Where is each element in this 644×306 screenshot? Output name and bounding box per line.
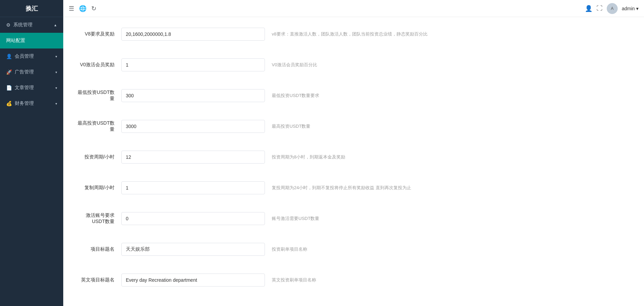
form-row-min-invest: 最低投资USDT数量 最低投资USDT数量要求 [73,85,620,106]
avatar: A [607,3,618,14]
main-container: ☰ 🌐 ↻ 👤 ⛶ A admin ▾ V8要求及奖励 v8要求：直推激活人数，… [63,0,644,306]
hint-v0-reward: V0激活会员奖励百分比 [265,62,620,68]
sidebar-item-finance[interactable]: 💰 财务管理 ▾ [0,96,63,111]
user-settings-icon[interactable]: 👤 [585,5,592,12]
chevron-down-icon-ads: ▾ [55,70,57,74]
label-project-title: 项目标题名 [73,246,121,252]
label-max-invest: 最高投资USDT数量 [73,120,121,133]
input-v0-reward[interactable] [121,58,265,71]
chevron-down-icon-article: ▾ [55,86,57,90]
label-project-title-en: 英文项目标题名 [73,277,121,283]
input-project-title-en[interactable] [121,274,265,287]
input-activate-usdt[interactable] [121,212,265,225]
input-re-invest-cycle[interactable] [121,181,265,194]
hint-project-title-en: 英文投资刷单项目名称 [265,277,620,283]
globe-icon[interactable]: 🌐 [79,5,86,12]
sidebar-item-article[interactable]: 📄 文章管理 ▾ [0,80,63,96]
form-row-project-title-en: 英文项目标题名 英文投资刷单项目名称 [73,270,620,290]
sidebar-item-member[interactable]: 👤 会员管理 ▾ [0,48,63,64]
chevron-down-icon-finance: ▾ [55,102,57,106]
label-re-invest-cycle: 复制周期/小时 [73,185,121,191]
form-section: V8要求及奖励 v8要求：直推激活人数，团队激活人数，团队当前投资总业绩，静态奖… [73,24,620,290]
footer-actions: 💾 保存 [73,301,634,306]
hint-min-invest: 最低投资USDT数量要求 [265,93,620,99]
sidebar-item-label-article: 文章管理 [15,85,34,91]
hint-activate-usdt: 账号激活需要USDT数量 [265,215,620,222]
form-row-invest-cycle: 投资周期/小时 投资周期为8小时，到期返本金及奖励 [73,147,620,167]
input-wrap-project-title [121,243,265,256]
hint-v8-reward: v8要求：直推激活人数，团队激活人数，团队当前投资总业绩，静态奖励百分比 [265,31,620,37]
header-left: ☰ 🌐 ↻ [69,5,96,12]
sidebar-item-label-member: 会员管理 [15,53,34,59]
menu-icon[interactable]: ☰ [69,5,74,12]
input-wrap-re-invest-cycle [121,181,265,194]
input-max-invest[interactable] [121,120,265,133]
form-row-re-invest-cycle: 复制周期/小时 复投周期为24小时，到期不复投将停止所有奖励收益 直到再次复投为… [73,178,620,198]
label-activate-usdt: 激活账号要求USDT数量 [73,212,121,225]
sidebar: 换汇 ⚙ 系统管理 ▲ 网站配置 👤 会员管理 ▾ 🚀 广告管理 ▾ 📄 文章管… [0,0,63,306]
input-min-invest[interactable] [121,89,265,102]
hint-re-invest-cycle: 复投周期为24小时，到期不复投将停止所有奖励收益 直到再次复投为止 [265,185,620,191]
article-icon: 📄 [6,85,12,91]
chevron-down-icon-member: ▾ [55,55,57,58]
gear-icon: ⚙ [6,22,11,28]
label-v8-reward: V8要求及奖励 [73,31,121,37]
input-wrap-project-title-en [121,274,265,287]
label-min-invest: 最低投资USDT数量 [73,89,121,102]
sidebar-item-label-system: 系统管理 [13,22,32,28]
ads-icon: 🚀 [6,69,12,75]
input-wrap-v0-reward [121,58,265,71]
hint-invest-cycle: 投资周期为8小时，到期返本金及奖励 [265,154,620,160]
sidebar-item-system[interactable]: ⚙ 系统管理 ▲ [0,17,63,33]
finance-icon: 💰 [6,101,12,106]
website-label: 网站配置 [6,38,25,44]
form-row-activate-usdt: 激活账号要求USDT数量 账号激活需要USDT数量 [73,208,620,229]
header-right: 👤 ⛶ A admin ▾ [585,3,639,14]
input-wrap-invest-cycle [121,151,265,164]
form-row-max-invest: 最高投资USDT数量 最高投资USDT数量 [73,116,620,137]
form-row-v0-reward: V0激活会员奖励 V0激活会员奖励百分比 [73,55,620,75]
input-wrap-min-invest [121,89,265,102]
hint-project-title: 投资刷单项目名称 [265,246,620,252]
app-logo: 换汇 [0,0,63,17]
sidebar-item-ads[interactable]: 🚀 广告管理 ▾ [0,64,63,80]
form-row-project-title: 项目标题名 投资刷单项目名称 [73,239,620,260]
input-v8-reward[interactable] [121,28,265,41]
refresh-icon[interactable]: ↻ [91,5,96,12]
label-invest-cycle: 投资周期/小时 [73,154,121,160]
sidebar-item-label-finance: 财务管理 [15,100,34,107]
sidebar-item-website[interactable]: 网站配置 [0,33,63,48]
admin-label[interactable]: admin ▾ [622,6,639,11]
input-project-title[interactable] [121,243,265,256]
content-area: V8要求及奖励 v8要求：直推激活人数，团队激活人数，团队当前投资总业绩，静态奖… [63,17,644,306]
form-row-v8-reward: V8要求及奖励 v8要求：直推激活人数，团队激活人数，团队当前投资总业绩，静态奖… [73,24,620,44]
input-invest-cycle[interactable] [121,151,265,164]
user-icon: 👤 [6,54,12,59]
header: ☰ 🌐 ↻ 👤 ⛶ A admin ▾ [63,0,644,17]
chevron-up-icon: ▲ [54,23,57,27]
label-v0-reward: V0激活会员奖励 [73,62,121,68]
fullscreen-icon[interactable]: ⛶ [596,5,603,12]
input-wrap-activate-usdt [121,212,265,225]
input-wrap-max-invest [121,120,265,133]
hint-max-invest: 最高投资USDT数量 [265,123,620,129]
input-wrap-v8-reward [121,28,265,41]
sidebar-item-label-ads: 广告管理 [15,69,34,75]
